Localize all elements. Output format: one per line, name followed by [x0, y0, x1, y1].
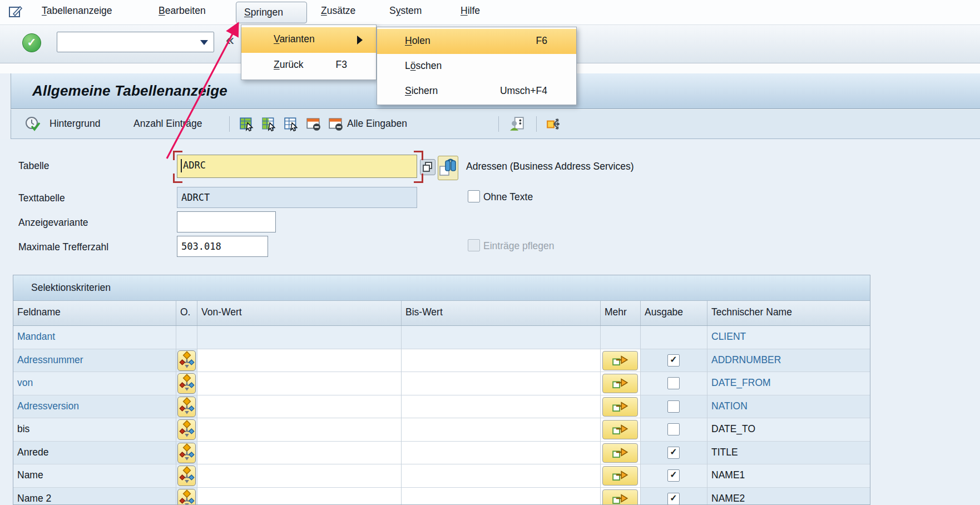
technical-name-label: CLIENT: [711, 331, 746, 343]
column-header-bis-wert[interactable]: Bis-Wert: [402, 301, 601, 325]
menu-bar: Tabellenanzeige Bearbeiten Springen Zusä…: [0, 0, 980, 25]
von-wert-cell[interactable]: [197, 464, 402, 488]
bis-wert-cell[interactable]: [402, 442, 601, 465]
technical-name-label: NAME1: [711, 469, 745, 481]
enter-button[interactable]: ✓: [22, 33, 41, 52]
selection-options-button[interactable]: [177, 397, 196, 417]
field-name-label: Mandant: [17, 331, 55, 343]
select-all-icon[interactable]: [239, 116, 255, 132]
search-help-button[interactable]: [438, 156, 458, 180]
group-title: Selektionskriterien: [31, 282, 111, 294]
bis-wert-cell[interactable]: [402, 372, 601, 395]
bis-wert-cell[interactable]: [402, 418, 601, 442]
toolbar-separator: [536, 116, 537, 132]
menu-item-sichern[interactable]: Sichern Umsch+F4: [377, 79, 576, 104]
technical-name-label: NAME2: [711, 493, 745, 504]
screen-menu-icon[interactable]: [8, 4, 23, 22]
von-wert-cell[interactable]: [197, 349, 402, 373]
delete-selection-icon[interactable]: [306, 116, 321, 132]
output-checkbox[interactable]: [667, 400, 680, 413]
column-header-von-wert[interactable]: Von-Wert: [197, 301, 402, 325]
multiple-selection-button[interactable]: [602, 466, 638, 486]
menu-item-zurueck[interactable]: Zurück F3: [241, 53, 376, 78]
hintergrund-button[interactable]: Hintergrund: [50, 118, 100, 130]
bis-wert-cell[interactable]: [402, 326, 601, 349]
alle-eingaben-button[interactable]: Alle Eingaben: [347, 118, 407, 130]
column-header-feldname[interactable]: Feldname: [13, 301, 176, 325]
von-wert-cell[interactable]: [197, 372, 402, 395]
menu-item-holen[interactable]: Holen F6: [377, 29, 576, 54]
table-body: Mandant: [13, 326, 870, 505]
command-field[interactable]: [57, 32, 214, 52]
ohne-texte-label: Ohne Texte: [483, 191, 533, 203]
bis-wert-cell[interactable]: [402, 395, 601, 419]
multiple-selection-button[interactable]: [602, 420, 638, 439]
tabelle-input[interactable]: ADRC: [177, 155, 417, 178]
menu-tabellenanzeige[interactable]: Tabellenanzeige: [42, 5, 112, 17]
command-dropdown-icon[interactable]: [200, 40, 208, 45]
user-parameters-icon[interactable]: [509, 116, 525, 132]
von-wert-cell[interactable]: [197, 326, 402, 349]
column-header-option[interactable]: O.: [176, 301, 197, 325]
von-wert-cell[interactable]: [197, 488, 402, 505]
field-name-label: Name: [17, 469, 43, 481]
selection-options-button[interactable]: [177, 443, 196, 463]
column-header-technischer-name[interactable]: Technischer Name: [707, 301, 870, 325]
table-row: bis: [13, 418, 870, 442]
texttabelle-label: Texttabelle: [18, 192, 65, 204]
anzahl-eintraege-button[interactable]: Anzahl Einträge: [133, 118, 202, 130]
toolbar-separator: [229, 116, 230, 132]
output-checkbox[interactable]: ✓: [667, 493, 680, 505]
select-block-icon[interactable]: [261, 116, 277, 132]
multiple-selection-button[interactable]: [602, 489, 638, 505]
deselect-block-icon[interactable]: [284, 116, 299, 132]
selection-options-button[interactable]: [177, 489, 196, 505]
multiple-selection-button[interactable]: [602, 351, 638, 370]
technical-name-label: NATION: [711, 400, 748, 412]
bis-wert-cell[interactable]: [402, 488, 601, 505]
multiple-selection-button[interactable]: [602, 374, 638, 393]
selection-options-button[interactable]: [177, 373, 196, 394]
tabelle-label: Tabelle: [18, 160, 49, 172]
possible-entries-icon[interactable]: [420, 159, 435, 175]
field-name-label: Anrede: [17, 447, 48, 458]
anzeigevariante-label: Anzeigevariante: [18, 217, 88, 229]
selection-options-button[interactable]: [177, 419, 196, 440]
technical-name-label: TITLE: [711, 447, 738, 458]
texttabelle-input[interactable]: ADRCT: [177, 187, 417, 208]
menu-system[interactable]: System: [389, 5, 422, 17]
output-checkbox[interactable]: ✓: [667, 469, 680, 482]
menu-bearbeiten[interactable]: Bearbeiten: [159, 5, 206, 17]
collapse-toolbar-icon[interactable]: «: [226, 32, 234, 49]
delete-all-selections-icon[interactable]: [328, 116, 344, 132]
anzeigevariante-input[interactable]: [177, 211, 276, 232]
menu-item-loeschen[interactable]: Löschen: [377, 54, 576, 79]
technical-name-label: DATE_FROM: [711, 377, 771, 389]
output-checkbox[interactable]: ✓: [667, 354, 680, 367]
column-header-mehr[interactable]: Mehr: [601, 301, 641, 325]
menu-springen[interactable]: Springen: [236, 2, 307, 23]
toolbar-separator: [498, 116, 499, 132]
output-checkbox[interactable]: [667, 423, 680, 435]
von-wert-cell[interactable]: [197, 418, 402, 442]
multiple-selection-button[interactable]: [602, 397, 638, 417]
multiple-selection-button[interactable]: [602, 443, 638, 463]
maximale-trefferzahl-input[interactable]: 503.018: [177, 236, 268, 257]
output-checkbox[interactable]: [667, 377, 680, 389]
menu-item-varianten[interactable]: Varianten: [241, 27, 376, 53]
bis-wert-cell[interactable]: [402, 464, 601, 488]
output-checkbox[interactable]: ✓: [667, 447, 680, 459]
submenu-arrow-icon: [357, 36, 363, 44]
selection-options-button[interactable]: [177, 466, 196, 486]
varianten-submenu: Holen F6 Löschen Sichern Umsch+F4: [377, 27, 577, 105]
ohne-texte-checkbox[interactable]: [468, 190, 480, 202]
execute-icon[interactable]: [24, 116, 40, 132]
bis-wert-cell[interactable]: [402, 349, 601, 373]
selection-options-button[interactable]: [177, 350, 196, 371]
menu-hilfe[interactable]: Hilfe: [461, 5, 480, 17]
von-wert-cell[interactable]: [197, 442, 402, 465]
distribute-export-icon[interactable]: [546, 116, 562, 132]
column-header-ausgabe[interactable]: Ausgabe: [641, 301, 707, 325]
von-wert-cell[interactable]: [197, 395, 402, 419]
menu-zusaetze[interactable]: Zusätze: [321, 5, 355, 17]
